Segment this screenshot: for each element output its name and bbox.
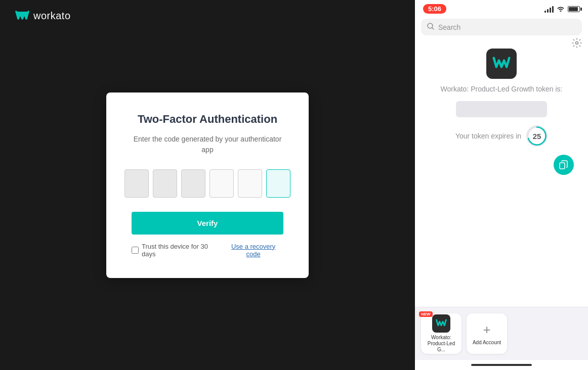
home-bar [471,364,532,366]
signal-bar-3 [550,8,551,13]
gear-icon [572,38,582,48]
code-input-5[interactable] [238,169,262,198]
expiry-label: Your token expires in [455,132,521,140]
token-value [456,101,547,117]
signal-bar-4 [552,6,554,13]
search-placeholder: Search [438,23,576,31]
account-card-workato[interactable]: NEW Workato: Product-Led G... [421,313,461,354]
trust-device-text: Trust this device for 30 days [142,243,223,258]
modal-overlay: Two-Factor Authentication Enter the code… [0,0,415,370]
web-app-panel: workato Two-Factor Authentication Enter … [0,0,415,370]
code-input-3[interactable] [181,169,205,198]
search-icon [427,23,434,31]
new-badge: NEW [419,311,433,317]
code-input-1[interactable] [124,169,149,198]
home-indicator [415,360,588,370]
copy-icon [559,160,569,170]
code-input-6[interactable] [266,169,290,198]
wifi-icon [557,5,565,13]
timer-circle: 25 [526,125,548,147]
modal-description: Enter the code generated by your authent… [132,134,283,155]
battery-fill [569,7,578,11]
workato-app-icon [486,49,517,79]
battery-icon [568,6,580,12]
code-input-2[interactable] [153,169,177,198]
signal-bar-1 [544,11,546,13]
status-icons [544,5,580,13]
recovery-code-link[interactable]: Use a recovery code [223,243,283,258]
trust-device-label[interactable]: Trust this device for 30 days [132,243,223,258]
ios-app-panel: 5:06 [415,0,588,370]
workato-app-logo [492,57,511,71]
svg-point-1 [576,42,578,44]
modal-title: Two-Factor Authentication [138,113,277,126]
verify-button[interactable]: Verify [132,212,283,235]
search-bar[interactable]: Search [421,19,582,35]
add-account-label: Add Account [473,340,501,345]
gear-icon-container[interactable] [572,38,582,50]
copy-button[interactable] [554,155,574,175]
signal-bar-2 [547,9,549,13]
trust-device-checkbox[interactable] [132,247,139,254]
status-bar: 5:06 [415,0,588,16]
modal-footer: Trust this device for 30 days Use a reco… [132,243,283,258]
token-expiry: Your token expires in 25 [455,125,548,147]
account-icon-workato [432,314,450,333]
code-inputs [124,169,290,198]
add-icon: + [483,322,490,338]
account-workato-logo [436,319,447,328]
twofa-modal: Two-Factor Authentication Enter the code… [106,92,309,278]
svg-rect-4 [560,163,565,169]
timer-progress-svg [526,125,548,147]
token-card: Workato: Product-Led Growth token is: Yo… [415,38,588,307]
add-account-card[interactable]: + Add Account [467,313,507,354]
accounts-section: NEW Workato: Product-Led G... + Add Acco… [415,307,588,360]
status-time: 5:06 [423,4,446,14]
code-input-4[interactable] [209,169,234,198]
account-card-label: Workato: Product-Led G... [423,335,459,353]
search-container: Search [415,16,588,38]
token-title: Workato: Product-Led Growth token is: [441,85,563,93]
signal-icon [544,6,554,13]
